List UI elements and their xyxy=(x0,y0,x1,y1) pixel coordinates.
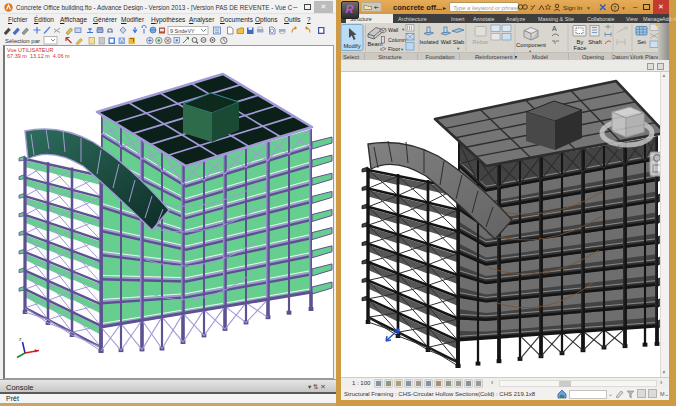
svg-text:Rebar: Rebar xyxy=(473,39,489,45)
svg-text:Beam: Beam xyxy=(367,41,382,47)
svg-text:Shaft: Shaft xyxy=(588,39,602,45)
svg-text:Component: Component xyxy=(516,42,546,48)
svg-text:S: S xyxy=(617,144,621,150)
svg-text:9 SndeVY: 9 SndeVY xyxy=(170,28,195,34)
svg-text:▾: ▾ xyxy=(402,27,405,32)
svg-text:Column: Column xyxy=(388,37,406,43)
svg-text:Wall: Wall xyxy=(441,39,451,45)
svg-text:▾: ▾ xyxy=(587,5,590,11)
svg-text:Sélection par: Sélection par xyxy=(5,38,40,44)
svg-text:Slab: Slab xyxy=(453,39,465,45)
svg-text:A: A xyxy=(552,25,557,32)
svg-text:By: By xyxy=(577,39,584,45)
svg-text:▾: ▾ xyxy=(457,46,460,51)
svg-text:▾: ▾ xyxy=(622,5,625,11)
svg-text:Wall: Wall xyxy=(388,27,398,33)
svg-text:Set: Set xyxy=(637,39,646,45)
svg-text:?: ? xyxy=(613,5,616,11)
svg-text:Modify: Modify xyxy=(343,43,360,49)
svg-text:Sign In: Sign In xyxy=(563,4,583,11)
svg-text:z: z xyxy=(19,336,22,342)
svg-text:Isolated: Isolated xyxy=(420,39,439,45)
svg-text:Face: Face xyxy=(574,45,587,51)
